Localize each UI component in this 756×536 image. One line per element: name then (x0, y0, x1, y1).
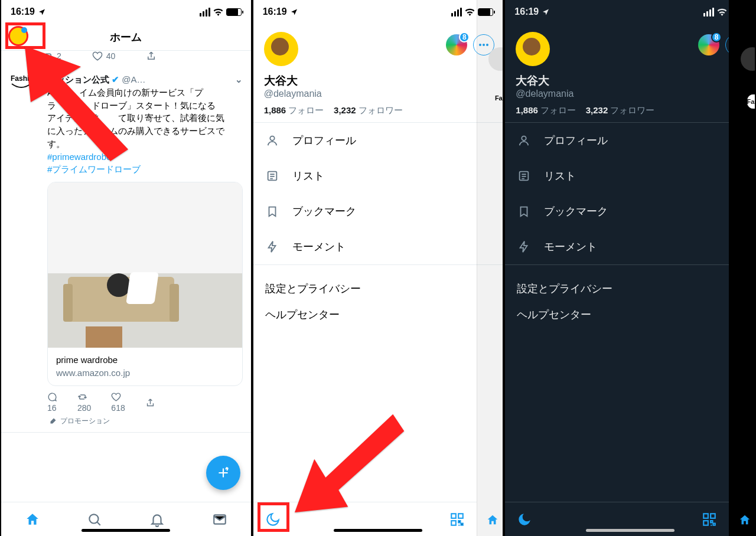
menu-moments[interactable]: モーメント (253, 229, 503, 264)
background-sliver: Fashio (729, 0, 755, 536)
qr-button[interactable] (449, 512, 465, 527)
lightning-icon (517, 240, 531, 253)
list-icon (265, 169, 279, 182)
cell-signal-icon (200, 8, 210, 17)
menu-help[interactable]: ヘルプセンター (265, 302, 491, 328)
svg-rect-19 (703, 521, 708, 525)
share-action[interactable] (145, 398, 155, 408)
night-mode-button[interactable] (517, 512, 532, 527)
link-card[interactable]: prime wardrobe www.amazon.co.jp (47, 182, 243, 386)
location-icon (38, 8, 45, 15)
home-tab[interactable] (25, 512, 40, 527)
menu-profile[interactable]: プロフィール (505, 123, 755, 158)
home-indicator (586, 529, 674, 532)
card-image (48, 182, 242, 348)
battery-icon (226, 8, 242, 16)
promoted-label: プロモーション (47, 416, 243, 426)
drawer-header: 8 大谷大 @delaymania 1,886 フォロー 3,232 フォロワー (253, 24, 503, 122)
status-bar: 16:19 (1, 0, 251, 24)
home-header: ホーム (1, 24, 251, 51)
location-icon (291, 8, 298, 15)
user-icon (517, 134, 531, 147)
list-icon (517, 169, 531, 182)
drawer-header: 8 大谷大 @delaymania 1,886 フォロー 3,232 フォロワー (505, 24, 755, 122)
bookmark-icon (265, 205, 279, 218)
other-account[interactable]: 8 (446, 34, 467, 55)
tweet-header: ァッション公式 ✔ @A… ⌄ (47, 73, 243, 86)
menu-bookmarks[interactable]: ブックマーク (253, 194, 503, 229)
screen-home-light: 16:19 ホーム 2 40 (0, 0, 252, 536)
user-handle: @delaymania (264, 89, 493, 99)
svg-rect-9 (459, 514, 464, 518)
menu-bookmarks[interactable]: ブックマーク (505, 194, 755, 229)
follow-stats[interactable]: 1,886 フォロー 3,232 フォロワー (516, 105, 744, 116)
hashtag-link[interactable]: #primewardrobe (47, 151, 243, 164)
cell-signal-icon (451, 8, 462, 17)
avatar[interactable] (264, 32, 298, 66)
svg-rect-17 (703, 514, 708, 518)
menu-lists[interactable]: リスト (253, 158, 503, 194)
compose-button[interactable] (206, 456, 240, 490)
user-name: 大谷大 (516, 73, 744, 89)
home-indicator (334, 529, 422, 532)
messages-tab[interactable] (212, 512, 227, 527)
svg-rect-10 (452, 521, 457, 525)
user-icon (265, 134, 279, 147)
page-title: ホーム (110, 30, 142, 44)
share-action[interactable] (146, 51, 157, 61)
location-icon (542, 8, 549, 15)
user-handle: @delaymania (516, 89, 744, 99)
annotation-arrow (295, 400, 407, 512)
other-account[interactable]: 8 (698, 34, 719, 55)
svg-marker-11 (295, 414, 404, 512)
prev-tweet-actions: 2 40 (1, 51, 251, 67)
drawer-secondary: 設定とプライバシー ヘルプセンター (505, 264, 755, 338)
like-action[interactable]: 40 (92, 51, 116, 61)
avatar[interactable] (516, 32, 550, 66)
avatar-button[interactable] (8, 26, 28, 46)
home-indicator (82, 529, 170, 532)
screen-drawer-light: 16:19 8 大谷大 @delaymania 1,886 フォロー 3,232… (252, 0, 504, 536)
svg-point-6 (270, 136, 274, 140)
qr-button[interactable] (702, 512, 717, 527)
user-name: 大谷大 (264, 73, 493, 89)
tweet-text: A イム会員向けの新サービス「プ ラ ドローブ」スタート！気になる アイテムをま… (47, 86, 243, 176)
promoted-tweet[interactable]: Fashion ァッション公式 ✔ @A… ⌄ A イム会員向けの新サービス「プ… (1, 67, 251, 433)
status-time: 16:19 (11, 6, 35, 17)
menu-lists[interactable]: リスト (505, 158, 755, 194)
svg-rect-8 (452, 514, 457, 518)
background-sliver: Fashio (477, 0, 503, 536)
home-tab-peek (738, 514, 751, 527)
drawer-menu: プロフィール リスト ブックマーク モーメント (253, 122, 503, 264)
card-title: prime wardrobe (56, 354, 234, 367)
notifications-tab[interactable] (149, 512, 165, 527)
menu-help[interactable]: ヘルプセンター (517, 302, 743, 328)
chevron-down-icon[interactable]: ⌄ (235, 73, 243, 86)
hashtag-link[interactable]: #プライムワードローブ (47, 163, 243, 176)
drawer-menu: プロフィール リスト ブックマーク モーメント (505, 122, 755, 264)
wifi-icon (717, 8, 727, 16)
card-url: www.amazon.co.jp (56, 367, 234, 380)
bookmark-icon (517, 205, 531, 218)
tweet-avatar[interactable]: Fashion (9, 74, 39, 89)
like-action[interactable]: 618 (111, 392, 125, 414)
home-tab-peek (486, 514, 499, 527)
follow-stats[interactable]: 1,886 フォロー 3,232 フォロワー (264, 105, 493, 116)
menu-moments[interactable]: モーメント (505, 229, 755, 264)
svg-rect-18 (711, 514, 715, 518)
menu-settings[interactable]: 設定とプライバシー (265, 276, 491, 302)
retweet-action[interactable]: 2 (43, 51, 61, 61)
wifi-icon (465, 8, 475, 16)
night-mode-button[interactable] (265, 512, 281, 527)
menu-profile[interactable]: プロフィール (253, 123, 503, 158)
reply-action[interactable]: 16 (47, 392, 57, 414)
screen-drawer-dark: 16:19 8 大谷大 @delaymania 1,886 フォロー 3,232… (504, 0, 756, 536)
wifi-icon (213, 8, 223, 16)
svg-point-0 (90, 514, 99, 523)
status-bar: 16:19 (505, 0, 755, 24)
search-tab[interactable] (87, 512, 102, 527)
drawer-secondary: 設定とプライバシー ヘルプセンター (253, 264, 503, 338)
menu-settings[interactable]: 設定とプライバシー (517, 276, 743, 302)
cell-signal-icon (703, 8, 714, 17)
retweet-action[interactable]: 280 (77, 392, 91, 414)
